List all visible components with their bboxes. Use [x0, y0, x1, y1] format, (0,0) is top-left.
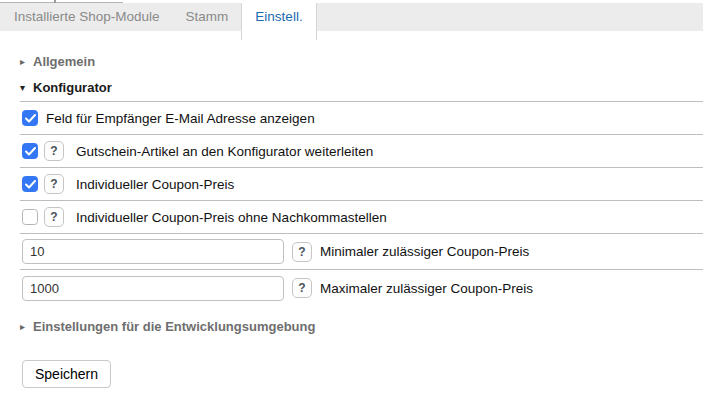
cropped-ui-artifact — [0, 0, 123, 3]
setting-label: Individueller Coupon-Preis ohne Nachkomm… — [76, 210, 387, 225]
coupon-price-no-decimals-checkbox[interactable] — [22, 209, 38, 225]
individual-coupon-price-checkbox[interactable] — [22, 176, 38, 192]
tab-bar: Installierte Shop-Module Stamm Einstell. — [0, 3, 703, 31]
help-button[interactable]: ? — [44, 207, 64, 227]
tab-stamm[interactable]: Stamm — [173, 3, 242, 31]
section-label: Einstellungen für die Entwicklungsumgebu… — [33, 319, 315, 334]
max-coupon-price-input[interactable] — [22, 276, 284, 301]
help-button[interactable]: ? — [292, 242, 312, 262]
setting-label: Gutschein-Artikel an den Konfigurator we… — [76, 144, 373, 159]
tab-einstell[interactable]: Einstell. — [241, 3, 316, 40]
save-button[interactable]: Speichern — [22, 360, 111, 388]
setting-row: ? Individueller Coupon-Preis ohne Nachko… — [20, 201, 703, 234]
setting-row: ? Individueller Coupon-Preis — [20, 168, 703, 201]
section-label: Konfigurator — [33, 80, 112, 95]
setting-label: Individueller Coupon-Preis — [76, 177, 234, 192]
setting-row: ? Maximaler zulässiger Coupon-Preis — [20, 270, 703, 306]
min-coupon-price-input[interactable] — [22, 239, 284, 264]
section-header-konfigurator[interactable]: ▾ Konfigurator — [0, 80, 703, 95]
help-button[interactable]: ? — [44, 174, 64, 194]
check-icon — [25, 180, 36, 189]
chevron-down-icon: ▾ — [20, 82, 33, 93]
section-label: Allgemein — [33, 54, 95, 69]
setting-label: Feld für Empfänger E-Mail Adresse anzeig… — [46, 111, 315, 126]
setting-label: Maximaler zulässiger Coupon-Preis — [320, 281, 533, 296]
chevron-right-icon: ▸ — [20, 56, 33, 67]
setting-row: ? Gutschein-Artikel an den Konfigurator … — [20, 135, 703, 168]
section-header-entwicklungsumgebung[interactable]: ▸ Einstellungen für die Entwicklungsumge… — [0, 319, 703, 334]
setting-row: ? Minimaler zulässiger Coupon-Preis — [20, 234, 703, 270]
show-recipient-email-checkbox[interactable] — [22, 110, 38, 126]
help-button[interactable]: ? — [292, 278, 312, 298]
help-button[interactable]: ? — [44, 141, 64, 161]
tab-installierte-shop-module[interactable]: Installierte Shop-Module — [1, 3, 173, 31]
check-icon — [25, 114, 36, 123]
setting-label: Minimaler zulässiger Coupon-Preis — [320, 244, 529, 259]
forward-voucher-article-checkbox[interactable] — [22, 143, 38, 159]
chevron-right-icon: ▸ — [20, 321, 33, 332]
konfigurator-settings: Feld für Empfänger E-Mail Adresse anzeig… — [20, 101, 703, 306]
setting-row: Feld für Empfänger E-Mail Adresse anzeig… — [20, 102, 703, 135]
check-icon — [25, 147, 36, 156]
section-header-allgemein[interactable]: ▸ Allgemein — [0, 54, 703, 69]
